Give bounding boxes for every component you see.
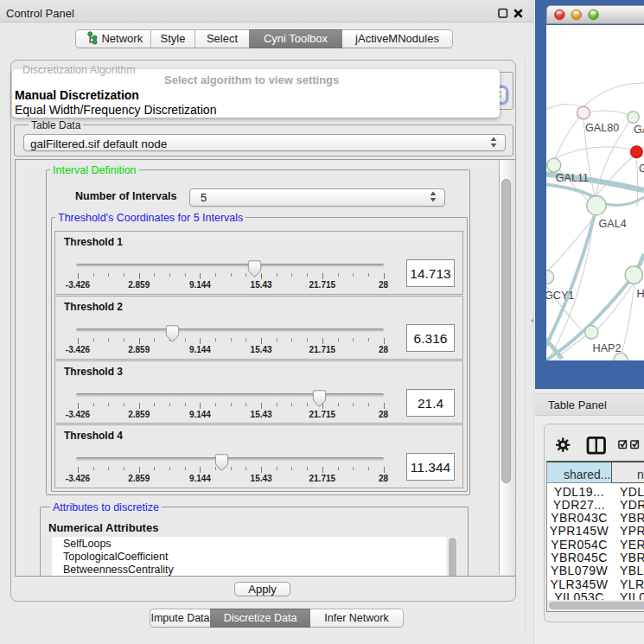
svg-text:GAL11: GAL11	[556, 172, 589, 184]
svg-text:GA: GA	[634, 124, 644, 136]
svg-text:G: G	[639, 163, 644, 175]
svg-text:GAL4: GAL4	[599, 218, 627, 230]
svg-text:H: H	[637, 288, 644, 300]
svg-text:HAP2: HAP2	[593, 342, 622, 354]
svg-text:GCY1: GCY1	[546, 290, 574, 302]
svg-text:GAL80: GAL80	[585, 122, 619, 134]
